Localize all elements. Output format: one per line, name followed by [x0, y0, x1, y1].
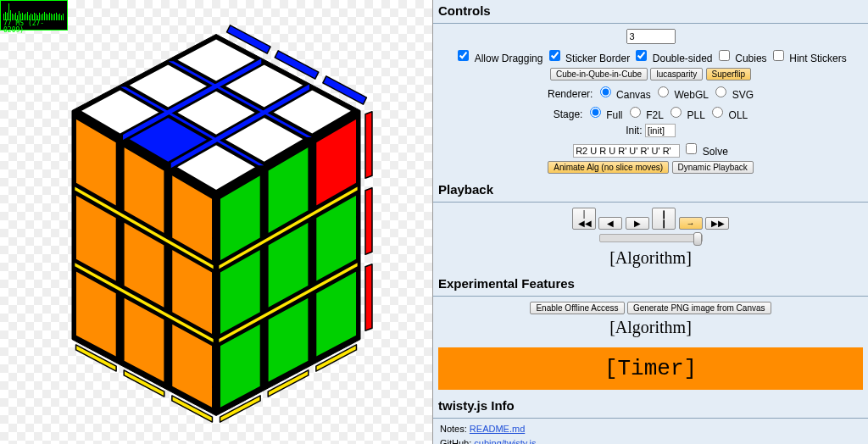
- slider-thumb[interactable]: [693, 232, 702, 246]
- stage-f2l-label: F2L: [646, 108, 664, 120]
- init-input[interactable]: [645, 124, 676, 137]
- stage-oll-radio[interactable]: [712, 107, 723, 118]
- experimental-heading: Experimental Features: [433, 273, 868, 297]
- sticker-border-label: Sticker Border: [565, 53, 630, 64]
- stage-oll-label: OLL: [729, 108, 748, 120]
- stage-full-label: Full: [606, 108, 622, 120]
- stage-label: Stage:: [554, 108, 583, 120]
- allow-dragging-label: Allow Dragging: [475, 53, 543, 64]
- double-sided-checkbox[interactable]: [636, 50, 647, 61]
- animate-alg-button[interactable]: Animate Alg (no slice moves): [548, 161, 669, 174]
- solve-checkbox[interactable]: [686, 143, 697, 154]
- renderer-canvas-radio[interactable]: [600, 86, 611, 97]
- renderer-webgl-radio[interactable]: [658, 86, 669, 97]
- stage-full-radio[interactable]: [590, 107, 601, 118]
- solve-label: Solve: [703, 146, 728, 158]
- side-panel: Controls Allow Dragging Sticker Border D…: [432, 0, 868, 444]
- renderer-canvas-label: Canvas: [616, 89, 651, 101]
- github-link[interactable]: cubing/twisty.js: [474, 438, 536, 444]
- hint-stickers-label: Hint Stickers: [789, 53, 846, 64]
- notes-label: Notes:: [440, 424, 470, 434]
- playback-start-button[interactable]: |◀◀: [572, 208, 596, 230]
- playback-algo: [Algorithm]: [437, 247, 865, 269]
- stage-pll-radio[interactable]: [670, 107, 682, 118]
- sticker-right-hint: [365, 112, 372, 179]
- cubies-checkbox[interactable]: [719, 50, 730, 61]
- double-sided-label: Double-sided: [653, 53, 713, 64]
- controls-heading: Controls: [433, 0, 868, 24]
- dim-input[interactable]: [626, 29, 676, 44]
- canvas-area[interactable]: 77 MS (27-0209): [0, 0, 432, 444]
- sticker-border-checkbox[interactable]: [549, 50, 560, 61]
- stage-f2l-radio[interactable]: [630, 107, 641, 118]
- playback-heading: Playback: [433, 179, 868, 203]
- stage-pll-label: PLL: [687, 108, 705, 120]
- dynamic-playback-button[interactable]: Dynamic Playback: [672, 161, 754, 174]
- lucasparity-button[interactable]: lucasparity: [650, 68, 703, 80]
- superflip-button[interactable]: Superflip: [706, 68, 751, 80]
- info-heading: twisty.js Info: [433, 395, 868, 419]
- renderer-label: Renderer:: [548, 88, 593, 100]
- github-label: GitHub:: [440, 438, 474, 444]
- enable-offline-button[interactable]: Enable Offline Access: [530, 302, 624, 314]
- hint-stickers-checkbox[interactable]: [773, 50, 784, 61]
- init-label: Init:: [626, 125, 642, 136]
- allow-dragging-checkbox[interactable]: [458, 50, 469, 61]
- cubies-label: Cubies: [735, 53, 766, 64]
- renderer-svg-radio[interactable]: [715, 86, 726, 97]
- experimental-algo: [Algorithm]: [437, 316, 865, 339]
- playback-play-button[interactable]: ▶: [626, 217, 649, 230]
- sticker-right-hint: [365, 264, 372, 331]
- playback-end-button[interactable]: ▶▶: [705, 217, 729, 230]
- playback-slider[interactable]: [599, 234, 703, 242]
- playback-back-button[interactable]: ◀: [598, 217, 622, 230]
- timer-display: [Timer]: [438, 347, 863, 390]
- alg-input[interactable]: [573, 144, 680, 158]
- renderer-webgl-label: WebGL: [674, 89, 708, 101]
- cube[interactable]: [21, 18, 411, 427]
- playback-fwd-button[interactable]: →: [679, 217, 703, 230]
- cicic-button[interactable]: Cube-in-Qube-in-Cube: [550, 68, 648, 80]
- sticker-right-hint: [365, 188, 372, 255]
- playback-pause-button[interactable]: ❙ ❙: [652, 208, 676, 230]
- renderer-svg-label: SVG: [732, 89, 754, 101]
- generate-png-button[interactable]: Generate PNG image from Canvas: [627, 302, 771, 314]
- notes-link[interactable]: README.md: [470, 424, 525, 434]
